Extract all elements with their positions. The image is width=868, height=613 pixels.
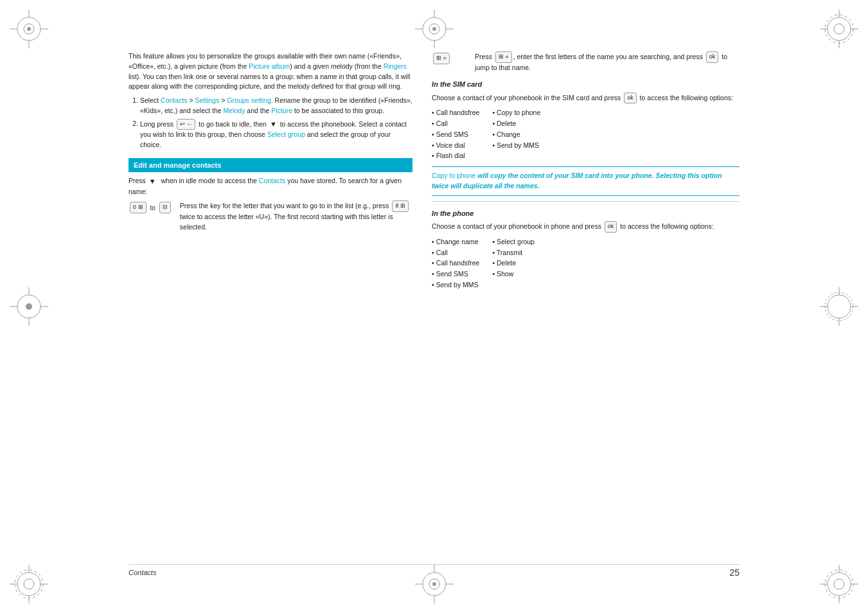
svg-point-6	[27, 27, 31, 31]
corner-decoration-br	[820, 565, 858, 603]
corner-decoration-tl	[10, 10, 48, 48]
left-column: This feature allows you to personalize t…	[128, 51, 412, 294]
key-u-icon: 8 ⊞	[392, 200, 409, 212]
phone-bullets-col1: Change name Call Call handsfree Send SMS…	[432, 236, 479, 290]
svg-point-20	[825, 15, 853, 43]
phone-bullet-6: Select group	[492, 236, 535, 247]
svg-point-34	[432, 582, 436, 586]
sim-bullet-2: Call	[432, 118, 479, 129]
edit-manage-contacts-heading: Edit and manage contacts	[128, 158, 412, 173]
sim-bullet-1: Call handsfree	[432, 107, 479, 118]
svg-point-36	[834, 579, 844, 589]
phone-bullet-2: Call	[432, 247, 479, 258]
instruction-row: 0 ⊞ to ⊟ Press the key for the letter th…	[128, 200, 412, 232]
svg-point-53	[825, 292, 853, 321]
section-divider	[432, 201, 740, 202]
page-content: This feature allows you to personalize t…	[128, 51, 740, 562]
down-arrow-press-icon: ▼	[149, 176, 156, 187]
instruction-description: Press the key for the letter that you wa…	[180, 200, 412, 232]
groups-setting-link[interactable]: Groups setting	[227, 96, 270, 104]
sim-card-heading: In the SIM card	[432, 79, 740, 90]
steps-list: Select Contacts > Settings > Groups sett…	[140, 96, 412, 150]
back-key-icon: ↩ ←	[177, 119, 196, 130]
step-1: Select Contacts > Settings > Groups sett…	[140, 96, 412, 116]
melody-link[interactable]: Melody	[224, 107, 245, 114]
settings-link[interactable]: Settings	[195, 96, 220, 104]
phone-bullet-8: Delete	[492, 258, 535, 269]
svg-point-48	[828, 295, 851, 318]
corner-decoration-bl	[10, 565, 48, 603]
svg-point-35	[828, 573, 851, 596]
phone-bullet-7: Transmit	[492, 247, 535, 258]
svg-point-22	[24, 579, 34, 589]
sim-search-instruction: ⊞ = Press ⊞ =, enter the first letters o…	[432, 51, 740, 73]
ringers-link[interactable]: Ringers	[384, 62, 407, 70]
ok-key-sim: ok	[624, 93, 637, 104]
svg-point-14	[828, 17, 851, 40]
right-column: ⊞ = Press ⊞ =, enter the first letters o…	[432, 51, 740, 294]
page-footer: Contacts 25	[128, 564, 740, 578]
mid-left-decoration	[10, 287, 48, 326]
svg-point-47	[26, 303, 32, 310]
sim-bullet-6: Copy to phone	[492, 107, 540, 118]
sim-bullet-4: Voice dial	[432, 140, 479, 151]
phone-bullet-1: Change name	[432, 236, 479, 247]
sim-bullet-3: Send SMS	[432, 129, 479, 140]
svg-point-41	[825, 570, 853, 598]
key-icon-end: ⊟	[159, 202, 171, 213]
footer-section-title: Contacts	[128, 569, 156, 576]
phone-bullets: Change name Call Call handsfree Send SMS…	[432, 236, 740, 290]
sim-search-key-icon2: ⊞ =	[495, 51, 512, 63]
sim-card-bullets: Call handsfree Call Send SMS Voice dial …	[432, 107, 740, 161]
phone-bullet-9: Show	[492, 269, 535, 280]
copy-to-phone-note: Copy to phone will copy the content of y…	[432, 166, 740, 196]
phone-bullet-3: Call handsfree	[432, 258, 479, 269]
sim-search-text: Press ⊞ =, enter the first letters of th…	[475, 51, 740, 73]
sim-bullet-8: Change	[492, 129, 540, 140]
phone-bullets-col2: Select group Transmit Delete Show	[492, 236, 535, 290]
sim-search-key-icon: ⊞ =	[433, 53, 450, 64]
picture-link[interactable]: Picture	[271, 107, 292, 114]
ok-key-phone: ok	[605, 221, 617, 233]
to-label: to	[150, 203, 155, 213]
intro-paragraph: This feature allows you to personalize t…	[128, 51, 412, 92]
corner-decoration-tc	[415, 10, 454, 48]
phone-bullet-4: Send SMS	[432, 269, 479, 280]
corner-decoration-tr	[820, 10, 858, 48]
sim-search-key: ⊞ =	[432, 53, 467, 64]
phone-bullet-5: Send by MMS	[432, 280, 479, 290]
phone-heading: In the phone	[432, 208, 740, 219]
press-intro-text: Press ▼ when in idle mode to access the …	[128, 176, 412, 197]
key-icon-start: 0 ⊞	[130, 202, 146, 213]
instruction-keys: 0 ⊞ to ⊟	[128, 202, 172, 213]
picture-album-link[interactable]: Picture album	[249, 62, 290, 70]
svg-point-13	[432, 27, 436, 31]
page-number: 25	[729, 567, 740, 578]
svg-point-21	[17, 573, 40, 596]
svg-point-15	[834, 24, 844, 34]
mid-right-decoration	[820, 287, 858, 326]
sim-card-body: Choose a contact of your phonebook in th…	[432, 93, 740, 104]
sim-bullets-col2: Copy to phone Delete Change Send by MMS	[492, 107, 540, 161]
step-2: Long press ↩ ← to go back to idle, then …	[140, 119, 412, 150]
contacts-link-step[interactable]: Contacts	[161, 96, 187, 104]
sim-bullet-5: Flash dial	[432, 150, 479, 161]
ok-key-icon: ok	[706, 51, 719, 63]
down-arrow-icon: ▼	[270, 119, 277, 130]
sim-bullet-9: Send by MMS	[492, 140, 540, 151]
sim-bullets-col1: Call handsfree Call Send SMS Voice dial …	[432, 107, 479, 161]
select-group-link[interactable]: Select group	[267, 130, 305, 138]
sim-bullet-7: Delete	[492, 118, 540, 129]
contacts-link-press[interactable]: Contacts	[259, 177, 285, 184]
svg-point-27	[15, 570, 43, 598]
phone-body: Choose a contact of your phonebook in ph…	[432, 221, 740, 233]
